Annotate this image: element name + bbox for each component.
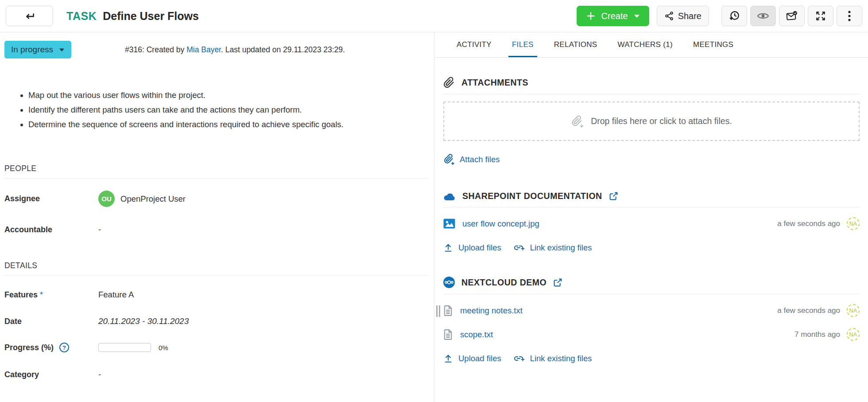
share-button[interactable]: Share <box>657 6 709 26</box>
back-button[interactable] <box>6 6 53 26</box>
envelope-check-icon <box>786 10 798 22</box>
tab-activity[interactable]: ACTIVITY <box>453 32 495 57</box>
tab-meetings[interactable]: MEETINGS <box>690 32 737 57</box>
link-plus-icon <box>513 354 525 363</box>
features-label: Features* <box>4 290 98 300</box>
upload-icon <box>443 242 453 253</box>
description-bullet: Identify the different paths users can t… <box>28 102 434 117</box>
sharepoint-actions: Upload files Link existing files <box>443 242 860 253</box>
work-package-name: Define User Flows <box>103 10 199 23</box>
kebab-menu-icon <box>848 10 851 22</box>
file-owner-avatar: NA <box>847 328 860 341</box>
paperclip-icon <box>443 77 455 88</box>
more-menu-button[interactable] <box>837 6 862 26</box>
progress-label-wrap: Progress (%) ? <box>4 342 98 353</box>
nextcloud-heading: NEXTCLOUD DEMO <box>443 277 860 294</box>
text-file-icon <box>443 305 453 316</box>
paperclip-plus-icon <box>443 154 454 165</box>
progress-label: Progress (%) <box>4 343 54 352</box>
fullscreen-button[interactable] <box>808 6 833 26</box>
assignee-avatar: OU <box>98 191 115 207</box>
tab-relations[interactable]: RELATIONS <box>550 32 601 57</box>
status-dropdown[interactable]: In progress <box>4 41 71 59</box>
sharepoint-heading: SHAREPOINT DOCUMENTATION <box>443 191 860 207</box>
storage-section-nextcloud: NEXTCLOUD DEMO <box>443 277 860 364</box>
file-owner-avatar: NA <box>847 217 860 230</box>
activity-history-button[interactable] <box>721 6 747 26</box>
link-existing-files-label: Link existing files <box>530 354 592 363</box>
file-link[interactable]: user flow concept.jpg <box>462 219 539 229</box>
plus-icon <box>586 11 596 21</box>
assignee-value[interactable]: OU OpenProject User <box>98 191 434 207</box>
features-value[interactable]: Feature A <box>98 290 434 300</box>
toolbar: TASK Define User Flows Create Share <box>0 0 868 32</box>
date-value[interactable]: 20.11.2023 - 30.11.2023 <box>98 316 434 326</box>
work-package-type: TASK <box>66 10 97 23</box>
attach-files-link[interactable]: Attach files <box>443 154 860 165</box>
link-existing-files-link[interactable]: Link existing files <box>513 354 592 363</box>
eye-icon <box>757 11 769 21</box>
meta-suffix: . Last updated on 29.11.2023 23:29. <box>221 45 345 54</box>
text-file-icon <box>443 329 453 340</box>
file-timestamp: 7 months ago <box>794 330 840 339</box>
work-package-tabs-panel: ACTIVITY FILES RELATIONS WATCHERS (1) ME… <box>434 32 868 402</box>
attachments-heading-label: ATTACHMENTS <box>461 78 528 88</box>
progress-percent-text: 0% <box>159 344 168 351</box>
progress-bar[interactable] <box>98 343 151 352</box>
file-meta: 7 months ago NA <box>794 328 860 341</box>
file-link[interactable]: meeting notes.txt <box>460 306 523 316</box>
chevron-down-icon <box>634 14 640 18</box>
link-existing-files-link[interactable]: Link existing files <box>513 243 592 253</box>
progress-value-wrap: 0% <box>98 343 434 352</box>
accountable-row: Accountable - <box>4 225 434 234</box>
tab-files[interactable]: FILES <box>508 32 537 57</box>
status-caret-icon <box>59 48 65 52</box>
page-title: TASK Define User Flows <box>66 10 199 23</box>
share-nodes-icon <box>664 11 674 21</box>
accountable-label: Accountable <box>4 225 98 234</box>
external-link-icon[interactable] <box>609 191 618 201</box>
upload-files-label: Upload files <box>458 243 501 253</box>
svg-text:?: ? <box>62 344 66 351</box>
upload-files-link[interactable]: Upload files <box>443 242 501 253</box>
image-file-icon <box>443 219 455 229</box>
create-button[interactable]: Create <box>577 6 649 26</box>
file-link[interactable]: scope.txt <box>460 330 493 340</box>
watch-button[interactable] <box>750 6 776 26</box>
attach-files-label: Attach files <box>460 155 500 164</box>
drag-grip-icon[interactable] <box>436 305 440 317</box>
nextcloud-heading-label: NEXTCLOUD DEMO <box>461 277 546 288</box>
help-icon[interactable]: ? <box>59 342 70 353</box>
file-timestamp: a few seconds ago <box>777 219 840 228</box>
work-package-meta: #316: Created by Mia Bayer. Last updated… <box>125 45 345 55</box>
expand-arrows-icon <box>815 10 826 22</box>
nextcloud-logo-icon <box>443 277 455 288</box>
file-row: user flow concept.jpg a few seconds ago … <box>443 217 860 230</box>
share-button-label: Share <box>678 11 701 21</box>
tab-watchers[interactable]: WATCHERS (1) <box>614 32 676 57</box>
file-owner-avatar: NA <box>847 304 860 317</box>
link-plus-icon <box>513 243 525 253</box>
file-row: meeting notes.txt a few seconds ago NA <box>443 304 860 317</box>
work-package-details-panel: In progress #316: Created by Mia Bayer. … <box>0 32 434 402</box>
category-label: Category <box>4 370 98 379</box>
upload-files-link[interactable]: Upload files <box>443 353 501 364</box>
external-link-icon[interactable] <box>553 278 562 287</box>
author-link[interactable]: Mia Bayer <box>186 45 221 54</box>
category-row: Category - <box>4 370 434 379</box>
link-existing-files-label: Link existing files <box>530 243 592 253</box>
description-bullet: Determine the sequence of screens and in… <box>28 117 434 132</box>
nextcloud-actions: Upload files Link existing files <box>443 353 860 364</box>
file-meta: a few seconds ago NA <box>777 217 860 230</box>
work-package-page: TASK Define User Flows Create Share <box>0 0 868 402</box>
mark-notifications-read-button[interactable] <box>779 6 805 26</box>
category-value[interactable]: - <box>98 370 434 379</box>
attachments-dropzone[interactable]: Drop files here or click to attach files… <box>443 101 860 141</box>
file-row: scope.txt 7 months ago NA <box>443 328 860 341</box>
tab-bar: ACTIVITY FILES RELATIONS WATCHERS (1) ME… <box>434 32 868 58</box>
description-list: Map out the various user flows within th… <box>20 88 434 132</box>
file-meta: a few seconds ago NA <box>777 304 860 317</box>
date-label: Date <box>4 317 98 326</box>
upload-icon <box>443 353 453 364</box>
accountable-value[interactable]: - <box>98 225 434 234</box>
